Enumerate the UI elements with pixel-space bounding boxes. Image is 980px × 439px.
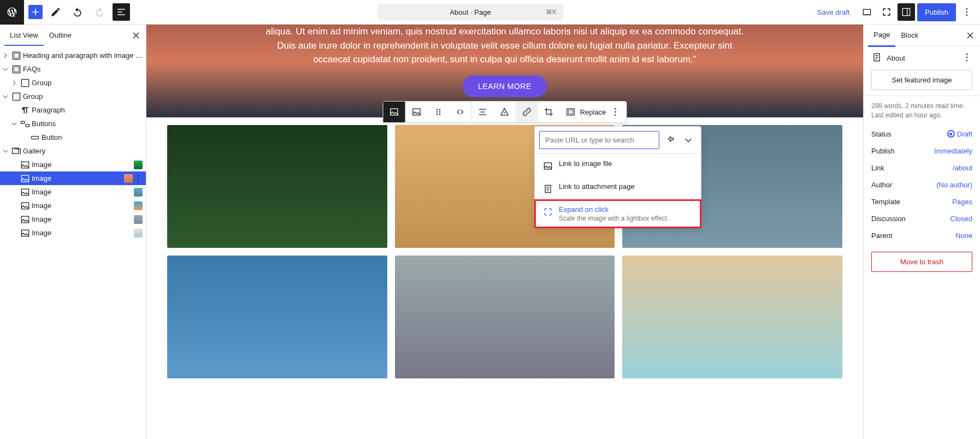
- editor-canvas[interactable]: aliqua. Ut enim ad minim veniam, quis no…: [146, 25, 863, 439]
- link-option-expand-on-click[interactable]: Expand on click Scale the image with a l…: [535, 200, 701, 228]
- tree-label: Image: [32, 174, 123, 182]
- template-row[interactable]: TemplatePages: [864, 193, 980, 210]
- fullscreen-button[interactable]: [878, 3, 895, 21]
- drag-handle[interactable]: [428, 102, 450, 122]
- buttons-icon: [20, 118, 31, 129]
- tab-page[interactable]: Page: [868, 25, 895, 47]
- tree-label: Buttons: [32, 120, 143, 128]
- image-icon: [20, 214, 31, 225]
- edit-tool-button[interactable]: [47, 3, 64, 21]
- document-overview-button[interactable]: [113, 3, 130, 21]
- discussion-row[interactable]: DiscussionClosed: [864, 210, 980, 227]
- duotone-button[interactable]: [560, 102, 582, 122]
- gallery-icon: [11, 146, 22, 157]
- svg-rect-7: [21, 79, 28, 86]
- tree-row-button[interactable]: Button: [0, 130, 146, 144]
- wordpress-logo[interactable]: [0, 0, 24, 25]
- publish-button[interactable]: Publish: [917, 3, 956, 21]
- tree-label: Image: [32, 161, 133, 169]
- options-button[interactable]: [958, 3, 976, 21]
- align-button[interactable]: [472, 102, 494, 122]
- svg-rect-10: [26, 124, 29, 126]
- collapse-icon[interactable]: [10, 120, 19, 128]
- parent-block-button[interactable]: [383, 102, 405, 122]
- close-panel-button[interactable]: [128, 28, 144, 43]
- row-options-button[interactable]: [134, 173, 143, 184]
- tree-row-faqs[interactable]: FAQs: [0, 62, 146, 76]
- tab-list-view[interactable]: List View: [4, 26, 44, 46]
- gallery-image[interactable]: [622, 256, 842, 378]
- svg-point-24: [436, 109, 438, 111]
- tree-row-image[interactable]: Image: [0, 199, 146, 212]
- link-option-attachment-page[interactable]: Link to attachment page: [535, 177, 701, 200]
- tree-row-image-selected[interactable]: Image: [0, 171, 146, 185]
- move-buttons[interactable]: [450, 102, 471, 122]
- publish-row[interactable]: PublishImmediately: [864, 143, 980, 159]
- image-thumbnail: [134, 215, 143, 224]
- save-draft-button[interactable]: Save draft: [811, 4, 856, 21]
- tree-label: Button: [42, 133, 143, 141]
- link-option-image-file[interactable]: Link to image file: [535, 154, 701, 177]
- group-icon: [11, 64, 22, 75]
- link-button[interactable]: [516, 102, 538, 122]
- add-block-button[interactable]: [28, 5, 43, 19]
- block-type-button[interactable]: [406, 102, 428, 122]
- svg-point-17: [138, 180, 139, 181]
- tree-label: Paragraph: [32, 106, 143, 114]
- svg-rect-5: [13, 66, 20, 73]
- gallery-image[interactable]: [167, 256, 387, 378]
- close-settings-button[interactable]: [963, 28, 978, 43]
- tree-row-group[interactable]: Group: [0, 90, 146, 103]
- tree-row-paragraph[interactable]: Paragraph: [0, 103, 146, 117]
- svg-rect-3: [13, 52, 20, 59]
- tree-row-heading-paragraph[interactable]: Heading and paragraph with image on t…: [0, 49, 146, 62]
- expand-icon[interactable]: [10, 79, 19, 87]
- author-row[interactable]: Author(No author): [864, 176, 980, 193]
- hero-text[interactable]: aliqua. Ut enim ad minim veniam, quis no…: [264, 25, 745, 67]
- svg-point-29: [439, 114, 441, 115]
- svg-point-27: [439, 111, 441, 113]
- image-thumbnail: [134, 188, 143, 197]
- parent-row[interactable]: ParentNone: [864, 227, 980, 244]
- gallery-block[interactable]: [146, 117, 863, 389]
- submit-link-button[interactable]: [662, 132, 678, 149]
- learn-more-button[interactable]: LEARN MORE: [463, 75, 547, 97]
- tree-row-image[interactable]: Image: [0, 185, 146, 199]
- svg-point-16: [138, 178, 139, 179]
- page-icon: [542, 183, 553, 194]
- block-options-button[interactable]: [605, 102, 627, 122]
- tree-row-image[interactable]: Image: [0, 158, 146, 171]
- tree-row-buttons[interactable]: Buttons: [0, 117, 146, 130]
- caption-button[interactable]: [494, 102, 516, 122]
- gallery-image[interactable]: [167, 125, 387, 248]
- crop-button[interactable]: [538, 102, 560, 122]
- tree-row-group-inner[interactable]: Group: [0, 76, 146, 90]
- move-to-trash-button[interactable]: Move to trash: [871, 252, 972, 272]
- view-button[interactable]: [858, 3, 876, 21]
- link-url-input[interactable]: [539, 131, 659, 149]
- svg-point-39: [966, 57, 968, 58]
- collapse-icon[interactable]: [1, 147, 10, 156]
- link-row[interactable]: Link/about: [864, 159, 980, 176]
- document-title-bar[interactable]: About · Page ⌘K: [377, 4, 563, 21]
- group-icon: [11, 50, 22, 61]
- topbar: About · Page ⌘K Save draft Publish: [0, 0, 980, 25]
- tree-row-image[interactable]: Image: [0, 212, 146, 226]
- tree-row-image[interactable]: Image: [0, 226, 146, 240]
- expand-icon[interactable]: [1, 51, 10, 60]
- collapse-icon[interactable]: [1, 92, 10, 101]
- undo-button[interactable]: [69, 3, 86, 21]
- redo-button[interactable]: [91, 3, 108, 21]
- link-settings-toggle[interactable]: [680, 132, 696, 149]
- tab-block[interactable]: Block: [895, 25, 924, 46]
- collapse-icon[interactable]: [1, 65, 10, 74]
- settings-sidebar-button[interactable]: [898, 3, 915, 21]
- set-featured-image-button[interactable]: Set featured image: [871, 70, 972, 90]
- status-row[interactable]: StatusDraft: [864, 126, 980, 143]
- tree-row-gallery[interactable]: Gallery: [0, 144, 146, 158]
- tab-outline[interactable]: Outline: [44, 26, 77, 46]
- replace-button[interactable]: Replace: [582, 102, 604, 122]
- gallery-image[interactable]: [395, 256, 615, 378]
- page-actions-button[interactable]: [961, 52, 972, 64]
- svg-point-34: [615, 115, 616, 116]
